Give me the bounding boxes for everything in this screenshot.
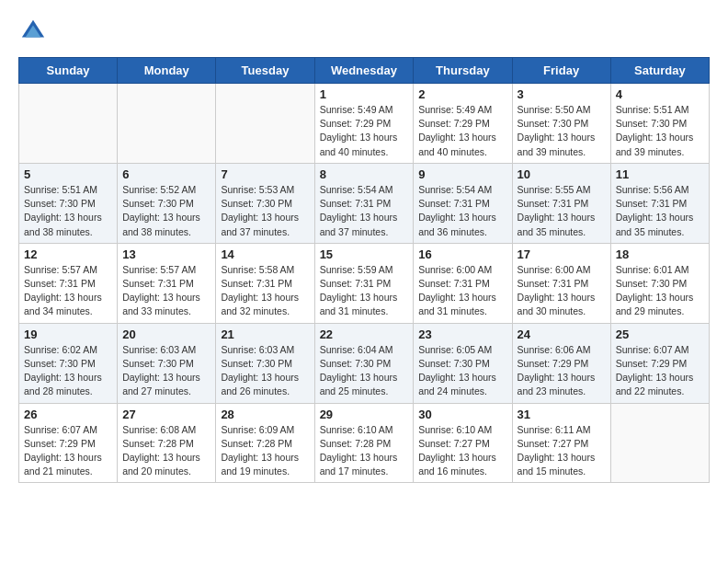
day-info: Sunrise: 5:54 AMSunset: 7:31 PMDaylight:… [418,184,496,237]
day-number: 29 [320,408,409,421]
day-info: Sunrise: 6:00 AMSunset: 7:31 PMDaylight:… [418,264,496,317]
calendar-table: SundayMondayTuesdayWednesdayThursdayFrid… [18,57,710,483]
calendar-day-cell: 10 Sunrise: 5:55 AMSunset: 7:31 PMDaylig… [512,163,610,243]
day-info: Sunrise: 5:51 AMSunset: 7:30 PMDaylight:… [24,184,102,237]
day-info: Sunrise: 5:52 AMSunset: 7:30 PMDaylight:… [122,184,200,237]
day-info: Sunrise: 5:50 AMSunset: 7:30 PMDaylight:… [518,104,596,157]
day-info: Sunrise: 6:04 AMSunset: 7:30 PMDaylight:… [320,344,398,397]
day-info: Sunrise: 6:06 AMSunset: 7:29 PMDaylight:… [518,344,596,397]
calendar-day-cell: 19 Sunrise: 6:02 AMSunset: 7:30 PMDaylig… [19,323,118,403]
weekday-header-cell: Thursday [414,58,512,84]
calendar-day-cell [118,84,216,164]
calendar-day-cell [610,403,709,483]
calendar-day-cell: 12 Sunrise: 5:57 AMSunset: 7:31 PMDaylig… [19,243,118,323]
calendar-day-cell: 8 Sunrise: 5:54 AMSunset: 7:31 PMDayligh… [314,163,414,243]
logo-icon [20,18,46,44]
day-info: Sunrise: 5:54 AMSunset: 7:31 PMDaylight:… [320,184,398,237]
day-number: 13 [122,247,210,261]
calendar-day-cell: 5 Sunrise: 5:51 AMSunset: 7:30 PMDayligh… [19,163,118,243]
day-number: 6 [122,167,210,181]
day-info: Sunrise: 6:09 AMSunset: 7:28 PMDaylight:… [221,424,299,477]
calendar-day-cell: 27 Sunrise: 6:08 AMSunset: 7:28 PMDaylig… [118,403,216,483]
day-number: 2 [418,87,506,101]
day-info: Sunrise: 5:57 AMSunset: 7:31 PMDaylight:… [122,264,200,317]
calendar-day-cell: 18 Sunrise: 6:01 AMSunset: 7:30 PMDaylig… [610,243,709,323]
day-number: 31 [518,408,606,421]
calendar-day-cell: 17 Sunrise: 6:00 AMSunset: 7:31 PMDaylig… [512,243,610,323]
day-info: Sunrise: 5:58 AMSunset: 7:31 PMDaylight:… [221,264,299,317]
calendar-day-cell: 15 Sunrise: 5:59 AMSunset: 7:31 PMDaylig… [314,243,414,323]
weekday-header-cell: Tuesday [216,58,314,84]
day-info: Sunrise: 5:49 AMSunset: 7:29 PMDaylight:… [418,104,496,157]
calendar-day-cell: 22 Sunrise: 6:04 AMSunset: 7:30 PMDaylig… [314,323,414,403]
day-number: 3 [518,87,606,101]
day-number: 30 [418,408,506,421]
calendar-day-cell: 7 Sunrise: 5:53 AMSunset: 7:30 PMDayligh… [216,163,314,243]
day-info: Sunrise: 6:03 AMSunset: 7:30 PMDaylight:… [122,344,200,397]
calendar-day-cell: 23 Sunrise: 6:05 AMSunset: 7:30 PMDaylig… [414,323,512,403]
day-info: Sunrise: 6:10 AMSunset: 7:27 PMDaylight:… [418,424,496,477]
calendar-day-cell: 6 Sunrise: 5:52 AMSunset: 7:30 PMDayligh… [118,163,216,243]
day-info: Sunrise: 5:57 AMSunset: 7:31 PMDaylight:… [24,264,102,317]
calendar-day-cell: 24 Sunrise: 6:06 AMSunset: 7:29 PMDaylig… [512,323,610,403]
calendar-day-cell: 9 Sunrise: 5:54 AMSunset: 7:31 PMDayligh… [414,163,512,243]
logo [18,18,46,48]
day-number: 19 [24,327,112,341]
calendar-day-cell: 31 Sunrise: 6:11 AMSunset: 7:27 PMDaylig… [512,403,610,483]
calendar-day-cell: 4 Sunrise: 5:51 AMSunset: 7:30 PMDayligh… [610,84,709,164]
day-number: 14 [221,247,309,261]
weekday-header-row: SundayMondayTuesdayWednesdayThursdayFrid… [19,58,710,84]
day-info: Sunrise: 6:05 AMSunset: 7:30 PMDaylight:… [418,344,496,397]
day-info: Sunrise: 5:49 AMSunset: 7:29 PMDaylight:… [320,104,398,157]
calendar-day-cell [216,84,314,164]
calendar-day-cell: 28 Sunrise: 6:09 AMSunset: 7:28 PMDaylig… [216,403,314,483]
day-number: 23 [418,327,506,341]
day-number: 12 [24,247,112,261]
day-number: 20 [122,327,210,341]
day-number: 4 [616,87,704,101]
day-number: 27 [122,408,210,421]
calendar-day-cell: 2 Sunrise: 5:49 AMSunset: 7:29 PMDayligh… [414,84,512,164]
weekday-header-cell: Sunday [19,58,118,84]
day-info: Sunrise: 5:51 AMSunset: 7:30 PMDaylight:… [616,104,694,157]
day-info: Sunrise: 5:56 AMSunset: 7:31 PMDaylight:… [616,184,694,237]
weekday-header-cell: Wednesday [314,58,414,84]
weekday-header-cell: Monday [118,58,216,84]
day-info: Sunrise: 5:53 AMSunset: 7:30 PMDaylight:… [221,184,299,237]
day-info: Sunrise: 5:55 AMSunset: 7:31 PMDaylight:… [518,184,596,237]
day-info: Sunrise: 6:00 AMSunset: 7:31 PMDaylight:… [518,264,596,317]
calendar-day-cell: 13 Sunrise: 5:57 AMSunset: 7:31 PMDaylig… [118,243,216,323]
weekday-header-cell: Saturday [610,58,709,84]
calendar-day-cell: 20 Sunrise: 6:03 AMSunset: 7:30 PMDaylig… [118,323,216,403]
day-number: 26 [24,408,112,421]
calendar-day-cell: 21 Sunrise: 6:03 AMSunset: 7:30 PMDaylig… [216,323,314,403]
day-info: Sunrise: 6:08 AMSunset: 7:28 PMDaylight:… [122,424,200,477]
calendar-week-row: 12 Sunrise: 5:57 AMSunset: 7:31 PMDaylig… [19,243,710,323]
day-number: 22 [320,327,409,341]
day-info: Sunrise: 5:59 AMSunset: 7:31 PMDaylight:… [320,264,398,317]
day-info: Sunrise: 6:02 AMSunset: 7:30 PMDaylight:… [24,344,102,397]
day-number: 28 [221,408,309,421]
day-number: 25 [616,327,704,341]
day-number: 9 [418,167,506,181]
day-number: 5 [24,167,112,181]
day-info: Sunrise: 6:07 AMSunset: 7:29 PMDaylight:… [616,344,694,397]
day-number: 16 [418,247,506,261]
calendar-week-row: 5 Sunrise: 5:51 AMSunset: 7:30 PMDayligh… [19,163,710,243]
day-number: 18 [616,247,704,261]
day-number: 8 [320,167,409,181]
day-info: Sunrise: 6:10 AMSunset: 7:28 PMDaylight:… [320,424,398,477]
calendar-day-cell: 25 Sunrise: 6:07 AMSunset: 7:29 PMDaylig… [610,323,709,403]
calendar-day-cell: 1 Sunrise: 5:49 AMSunset: 7:29 PMDayligh… [314,84,414,164]
day-number: 10 [518,167,606,181]
day-info: Sunrise: 6:07 AMSunset: 7:29 PMDaylight:… [24,424,102,477]
calendar-week-row: 1 Sunrise: 5:49 AMSunset: 7:29 PMDayligh… [19,84,710,164]
calendar-day-cell: 29 Sunrise: 6:10 AMSunset: 7:28 PMDaylig… [314,403,414,483]
day-info: Sunrise: 6:11 AMSunset: 7:27 PMDaylight:… [518,424,596,477]
calendar-day-cell: 16 Sunrise: 6:00 AMSunset: 7:31 PMDaylig… [414,243,512,323]
calendar-day-cell: 14 Sunrise: 5:58 AMSunset: 7:31 PMDaylig… [216,243,314,323]
calendar-body: 1 Sunrise: 5:49 AMSunset: 7:29 PMDayligh… [19,84,710,483]
day-number: 11 [616,167,704,181]
day-number: 21 [221,327,309,341]
day-number: 24 [518,327,606,341]
